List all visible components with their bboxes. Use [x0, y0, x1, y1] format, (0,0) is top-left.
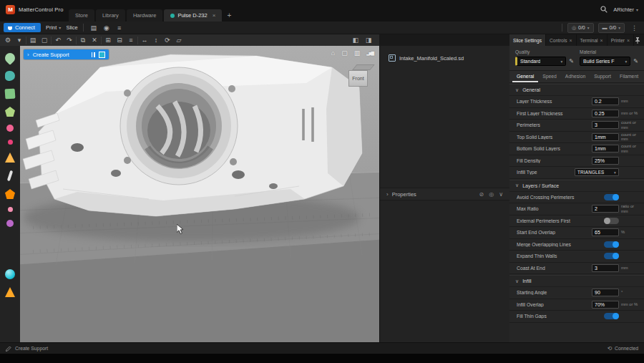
home-view-icon[interactable]: ⌂ [331, 49, 335, 57]
edit-quality-icon[interactable]: ✎ [569, 58, 574, 64]
toggle-expand-thin-walls[interactable] [604, 253, 619, 259]
align-icon[interactable]: ≡ [126, 34, 136, 46]
render-settings-icon[interactable]: ⚙ [3, 34, 13, 46]
input-perimeters[interactable]: 3 [592, 121, 619, 129]
inspect-icon[interactable]: ◎ [489, 191, 494, 198]
duplicate-icon[interactable]: ⧉ [78, 34, 88, 46]
section-header-layers-surface[interactable]: ∨Layers / Surface [509, 180, 644, 192]
toggle-right-panel-icon[interactable]: ◨ [364, 34, 374, 46]
close-tab-icon[interactable]: × [627, 38, 630, 43]
setting-tab-adhesion[interactable]: Adhesion [561, 71, 590, 82]
toggle-left-panel-icon[interactable]: ◧ [351, 34, 361, 46]
viewport-3d[interactable]: › Create Support ⌂▢▥▂▅▇ Front [20, 46, 379, 342]
model-tree-item[interactable]: Intake_Manifold_Scaled.sd [380, 46, 509, 67]
panel-tab-terminal[interactable]: Terminal× [577, 34, 608, 46]
chevron-down-icon[interactable]: ∨ [499, 191, 503, 198]
section-header-infill[interactable]: ∨Infill [509, 275, 644, 287]
input-coast-at-end[interactable]: 3 [592, 264, 619, 272]
new-tab-button[interactable]: + [223, 9, 235, 21]
toggle-external-perimeters-first[interactable] [604, 218, 619, 224]
create-support-button[interactable]: › Create Support [24, 49, 109, 59]
lay-flat-icon[interactable]: ▱ [174, 34, 184, 46]
panel-tab-slice-settings[interactable]: Slice Settings [509, 34, 546, 46]
redo-icon[interactable]: ↷ [64, 34, 74, 46]
properties-section-header[interactable]: › Properties ⊘◎∨ [380, 188, 509, 200]
tab-pulse-d-232[interactable]: Pulse D-232× [164, 9, 222, 21]
tab-hardware[interactable]: Hardware [127, 9, 163, 21]
shape-cube-green[interactable] [5, 89, 16, 100]
shape-pentagon-green[interactable] [5, 107, 15, 117]
section-header-general[interactable]: ∨General [509, 84, 644, 96]
close-tab-icon[interactable]: × [570, 38, 572, 43]
shape-sphere-teal[interactable] [5, 269, 15, 279]
shape-blob-teal[interactable] [5, 71, 15, 81]
tab-store[interactable]: Store [69, 9, 94, 21]
close-tab-icon[interactable]: × [213, 12, 216, 19]
pause-icon[interactable] [92, 52, 95, 57]
hotend-temp-widget[interactable]: ◎0/0 [567, 23, 594, 33]
toggle-merge-overlapping-lines[interactable] [604, 241, 619, 248]
undo-icon[interactable]: ↶ [53, 34, 63, 46]
shape-pentagon-orange[interactable] [5, 189, 15, 199]
shape-sliver-white[interactable] [7, 170, 13, 182]
bed-view-icon[interactable]: ▤ [89, 22, 99, 34]
print-button[interactable]: Print [46, 24, 61, 31]
setting-tab-support[interactable]: Support [590, 71, 615, 82]
shape-sphere-purple[interactable] [6, 220, 14, 227]
stop-icon[interactable] [99, 52, 105, 58]
rotate-icon[interactable]: ⟳ [162, 34, 172, 46]
delete-icon[interactable]: ✕ [89, 34, 99, 46]
shape-teardrop-green[interactable] [3, 51, 17, 65]
more-menu-icon[interactable]: ⋮ [630, 24, 639, 32]
input-bottom-solid-layers[interactable]: 1mm [592, 145, 619, 153]
setting-tab-speed[interactable]: Speed [538, 71, 561, 82]
panel-tab-printer[interactable]: Printer× [608, 34, 635, 46]
search-icon[interactable] [600, 6, 608, 13]
tab-library[interactable]: Library [96, 9, 125, 21]
navcube-front-face[interactable]: Front [348, 70, 368, 87]
connect-button[interactable]: Connect [4, 23, 41, 32]
setting-tab-general[interactable]: General [512, 71, 538, 82]
shape-dot-rose[interactable] [8, 207, 13, 212]
box-select-icon[interactable]: ▢ [39, 34, 49, 46]
shape-dot-pink[interactable] [6, 125, 14, 132]
camera-icon[interactable]: ◉ [102, 22, 112, 34]
input-top-solid-layers[interactable]: 1mm [592, 133, 619, 141]
mirror-vertical-icon[interactable]: ↕ [151, 34, 161, 46]
input-starting-angle[interactable]: 90 [592, 289, 619, 296]
layer-chart-icon[interactable]: ▂▅▇ [366, 51, 374, 55]
slice-button[interactable]: Slice [66, 24, 77, 31]
bed-select-icon[interactable]: ▤ [28, 34, 38, 46]
section-view-icon[interactable]: ▥ [354, 49, 361, 57]
shape-wedge-orange[interactable] [5, 153, 15, 163]
toggle-fill-thin-gaps[interactable] [604, 313, 619, 319]
mirror-horizontal-icon[interactable]: ↔ [140, 34, 150, 46]
zoom-extents-icon[interactable]: ▢ [341, 49, 348, 57]
group-icon[interactable]: ⊞ [103, 34, 113, 46]
select-infill-type[interactable]: TRIANGLES▾ [575, 168, 619, 176]
view-navigation-cube[interactable]: Front [348, 64, 370, 87]
user-menu[interactable]: ARichter [613, 6, 638, 13]
input-fill-density[interactable]: 25% [592, 157, 619, 165]
chevron-down-icon[interactable]: ▾ [14, 34, 24, 46]
shape-dot-magenta[interactable] [8, 140, 13, 145]
layers-icon[interactable]: ≡ [114, 22, 125, 34]
input-max-ratio[interactable]: 2 [592, 205, 619, 213]
toggle-avoid-crossing-perimeters[interactable] [604, 194, 619, 200]
quality-dropdown[interactable]: Standard [515, 57, 566, 66]
input-start-end-overlap[interactable]: 65 [592, 228, 619, 236]
pin-panel-icon[interactable] [635, 34, 644, 46]
close-tab-icon[interactable]: × [600, 38, 603, 43]
input-layer-thickness[interactable]: 0.2 [592, 97, 619, 105]
input-infill-overlap[interactable]: 70% [592, 301, 619, 309]
ungroup-icon[interactable]: ⊟ [114, 34, 125, 46]
shape-cone-orange[interactable] [5, 287, 15, 297]
material-dropdown[interactable]: Build Series F [580, 57, 630, 66]
edit-material-icon[interactable]: ✎ [633, 58, 638, 64]
panel-tab-controls[interactable]: Controls× [546, 34, 577, 46]
hide-icon[interactable]: ⊘ [479, 191, 484, 198]
connection-status[interactable]: ⟲ Connected [607, 345, 638, 352]
setting-tab-filament[interactable]: Filament [615, 71, 643, 82]
input-first-layer-thickness[interactable]: 0.25 [592, 110, 619, 117]
bed-temp-widget[interactable]: ▬0/0 [598, 23, 625, 33]
